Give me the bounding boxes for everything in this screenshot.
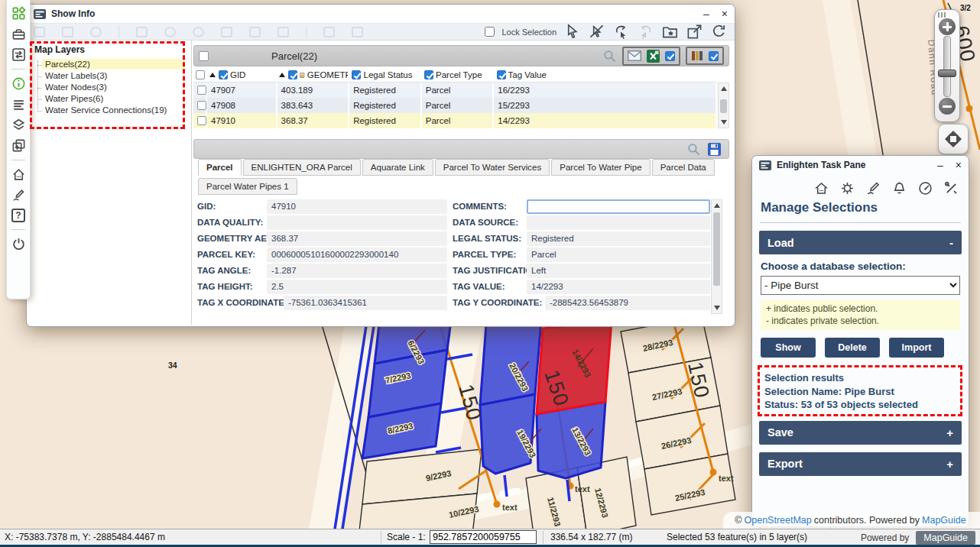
column-checkbox[interactable] xyxy=(219,70,228,79)
zoom-out-button[interactable] xyxy=(939,98,956,115)
lock-selection-checkbox[interactable] xyxy=(485,27,495,37)
minimize-button[interactable]: – xyxy=(937,160,943,170)
layer-item-water-labels[interactable]: Water Labels(3) xyxy=(42,70,184,81)
row-select-all-checkbox[interactable] xyxy=(196,70,205,79)
scale-input[interactable] xyxy=(430,530,537,544)
zoom-slider[interactable] xyxy=(934,9,960,122)
pan-left-arrow[interactable] xyxy=(939,134,950,144)
column-header-gid[interactable]: GID xyxy=(207,68,277,82)
zoom-slider-track[interactable] xyxy=(943,36,951,97)
column-header-geometry-area[interactable]: GEOMETRY A... xyxy=(277,68,349,82)
save-icon[interactable] xyxy=(708,143,721,156)
column-header-tag-value[interactable]: Tag Value xyxy=(495,68,717,82)
column-checkbox[interactable] xyxy=(288,70,297,79)
home-icon[interactable] xyxy=(813,180,829,196)
show-info-titlebar[interactable]: Show Info – × xyxy=(27,5,735,23)
edit-icon[interactable] xyxy=(865,180,881,196)
info-icon[interactable] xyxy=(11,76,26,91)
delete-button[interactable]: Delete xyxy=(825,338,880,358)
power-icon[interactable] xyxy=(11,237,26,251)
search-icon[interactable] xyxy=(686,142,701,157)
tools-icon[interactable] xyxy=(943,180,959,196)
expand-icon[interactable]: + xyxy=(946,426,953,439)
scrollbar-thumb[interactable] xyxy=(713,212,720,286)
parcel-shape-highlighted[interactable] xyxy=(537,321,612,414)
scrollbar-thumb[interactable] xyxy=(720,99,727,113)
select-cursor-icon[interactable] xyxy=(563,23,581,40)
scroll-up-arrow[interactable] xyxy=(714,203,720,208)
show-button[interactable]: Show xyxy=(761,338,816,358)
mapguide-link[interactable]: MapGuide xyxy=(922,515,966,526)
layer-item-parcels[interactable]: Parcels(22) xyxy=(42,59,184,70)
redo-selection-icon[interactable] xyxy=(637,23,654,40)
layer-item-water-nodes[interactable]: Water Nodes(3) xyxy=(42,82,184,92)
report-all-checkbox[interactable] xyxy=(709,51,719,61)
collapse-icon[interactable]: - xyxy=(949,236,953,249)
add-frame-icon[interactable] xyxy=(11,138,26,153)
pan-control[interactable] xyxy=(938,124,969,154)
scroll-down-arrow[interactable] xyxy=(714,306,720,310)
saved-selections-folder-icon[interactable] xyxy=(661,23,679,40)
export-section-header[interactable]: Export + xyxy=(759,452,962,476)
tab-parcel[interactable]: Parcel xyxy=(198,159,242,176)
layers-icon[interactable] xyxy=(11,118,26,132)
clear-selection-icon[interactable] xyxy=(588,23,605,40)
grid-scrollbar[interactable] xyxy=(718,83,729,128)
table-row-selected[interactable]: 47910 368.37 Registered Parcel 14/2293 xyxy=(193,113,717,128)
layer-item-water-pipes[interactable]: Water Pipes(6) xyxy=(42,93,184,104)
tab-parcel-water-pipes-1[interactable]: Parcel Water Pipes 1 xyxy=(198,178,297,195)
tab-parcel-to-water-services[interactable]: Parcel To Water Services xyxy=(435,159,550,176)
column-checkbox[interactable] xyxy=(424,70,433,79)
toolbox-icon[interactable] xyxy=(11,27,26,41)
report-columns-icon[interactable] xyxy=(691,50,703,62)
mapguide-badge[interactable]: MapGuide xyxy=(916,531,975,545)
table-row[interactable]: 47907 403.189 Registered Parcel 16/2293 xyxy=(193,83,717,98)
close-button[interactable]: × xyxy=(722,8,728,19)
osm-link[interactable]: OpenStreetMap xyxy=(745,515,812,526)
help-icon[interactable]: ? xyxy=(11,209,25,222)
column-checkbox[interactable] xyxy=(497,70,506,79)
undo-selection-icon[interactable] xyxy=(612,23,630,40)
database-select[interactable]: - Pipe Burst xyxy=(761,276,960,295)
export-all-checkbox[interactable] xyxy=(665,51,675,61)
tab-aquarate-link[interactable]: Aquarate Link xyxy=(362,159,433,176)
column-checkbox[interactable] xyxy=(352,70,361,79)
tab-parcel-to-water-pipe[interactable]: Parcel To Water Pipe xyxy=(551,159,650,176)
row-checkbox[interactable] xyxy=(197,116,206,125)
gear-icon[interactable] xyxy=(839,180,855,196)
sketch-icon[interactable] xyxy=(11,188,26,202)
scroll-up-arrow[interactable] xyxy=(721,86,727,91)
tab-parcel-data[interactable]: Parcel Data xyxy=(652,159,715,176)
mail-icon[interactable] xyxy=(628,50,641,61)
apps-icon[interactable] xyxy=(11,6,26,21)
column-header-parcel-type[interactable]: Parcel Type xyxy=(422,68,495,82)
expand-icon[interactable]: + xyxy=(946,458,953,471)
comments-input[interactable] xyxy=(527,199,710,214)
zoom-slider-thumb[interactable] xyxy=(938,70,956,77)
gauge-icon[interactable] xyxy=(917,180,933,196)
scroll-down-arrow[interactable] xyxy=(721,120,727,125)
task-pane-titlebar[interactable]: Enlighten Task Pane – × xyxy=(752,156,969,174)
fields-scrollbar[interactable] xyxy=(711,199,722,314)
open-in-window-icon[interactable] xyxy=(686,23,703,40)
pan-right-arrow[interactable] xyxy=(956,134,967,144)
layer-item-water-service-connections[interactable]: Water Service Connections(19) xyxy=(42,105,184,115)
bell-icon[interactable] xyxy=(891,180,907,196)
row-checkbox[interactable] xyxy=(197,101,206,110)
refresh-icon[interactable] xyxy=(710,23,728,40)
close-button[interactable]: × xyxy=(956,160,962,170)
slider-grip[interactable] xyxy=(938,12,946,18)
tab-enlighten-ora-parcel[interactable]: ENLIGHTEN_ORA Parcel xyxy=(243,159,361,176)
import-button[interactable]: Import xyxy=(889,338,944,358)
excel-export-icon[interactable] xyxy=(647,50,660,63)
select-all-checkbox[interactable] xyxy=(199,51,209,61)
minimize-button[interactable]: – xyxy=(703,8,709,19)
swap-arrows-icon[interactable] xyxy=(11,47,26,62)
row-checkbox[interactable] xyxy=(197,86,206,95)
search-icon[interactable] xyxy=(602,49,617,63)
zoom-in-button[interactable] xyxy=(939,18,956,35)
save-section-header[interactable]: Save + xyxy=(759,421,962,445)
load-section-header[interactable]: Load - xyxy=(759,231,962,254)
list-icon[interactable] xyxy=(11,97,26,112)
home-icon[interactable] xyxy=(11,167,26,182)
